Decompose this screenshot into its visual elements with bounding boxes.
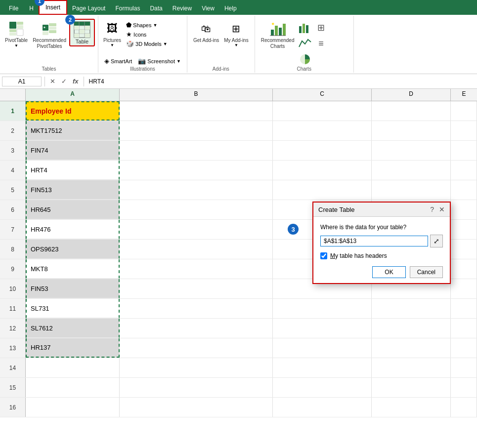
cell-b[interactable] [120,378,273,397]
cell-a[interactable]: Employee Id [26,101,120,121]
cell-b[interactable] [120,141,273,160]
cell-c[interactable] [273,319,372,338]
cell-a[interactable]: SL7612 [26,319,120,338]
cell-a[interactable]: FIN74 [26,141,120,160]
tab-help[interactable]: Help [219,2,242,15]
cell-b[interactable] [120,101,273,121]
dialog-ok-button[interactable]: OK [372,266,405,278]
cell-e[interactable] [451,220,477,239]
cell-b[interactable] [120,319,273,338]
col-header-a[interactable]: A [26,89,120,101]
cell-c[interactable] [273,358,372,377]
cell-e[interactable] [451,338,477,358]
cell-d[interactable] [372,398,451,417]
cell-e[interactable] [451,299,477,318]
cell-b[interactable] [120,398,273,417]
cell-e[interactable] [451,398,477,417]
cell-a[interactable]: MKT8 [26,259,120,279]
cell-d[interactable] [372,180,451,200]
cell-e[interactable] [451,259,477,279]
cell-e[interactable] [451,240,477,259]
cell-a[interactable]: SL731 [26,299,120,318]
cell-d[interactable] [372,101,451,121]
cell-c[interactable] [273,121,372,140]
cell-d[interactable] [372,299,451,318]
tab-insert[interactable]: Insert 1 [39,0,67,15]
dialog-range-input[interactable] [320,236,428,246]
cell-c[interactable] [273,161,372,180]
icons-button[interactable]: ★ Icons [124,30,170,39]
pictures-button[interactable]: 🖼 Pictures ▼ [101,19,123,48]
cell-d[interactable] [372,121,451,140]
cell-b[interactable] [120,121,273,140]
3d-models-button[interactable]: 🎲 3D Models ▼ [124,40,170,48]
tab-formulas[interactable]: Formulas [110,2,145,15]
cell-c[interactable] [273,338,372,358]
dialog-range-collapse-btn[interactable]: ⤢ [430,235,443,247]
cell-c[interactable] [273,398,372,417]
tab-view[interactable]: View [197,2,219,15]
cell-c[interactable] [273,378,372,397]
col-header-e[interactable]: E [451,89,477,101]
recommended-charts-button[interactable]: ✦ RecommendedCharts [259,19,297,50]
formula-input[interactable] [87,77,475,86]
dialog-cancel-button[interactable]: Cancel [410,266,443,278]
cell-d[interactable] [372,319,451,338]
tab-page-layout[interactable]: Page Layout [67,2,110,15]
formula-cancel-icon[interactable]: ✕ [48,78,57,85]
cell-a[interactable]: MKT17512 [26,121,120,140]
cell-c[interactable] [273,141,372,160]
cell-e[interactable] [451,200,477,219]
screenshot-button[interactable]: 📷 Screenshot ▼ [136,57,183,65]
cell-b[interactable] [120,220,273,239]
dialog-help-icon[interactable]: ? [430,205,434,213]
cell-b[interactable] [120,240,273,259]
cell-a[interactable]: HR645 [26,200,120,219]
col-header-b[interactable]: B [120,89,273,101]
formula-fx-icon[interactable]: fx [71,78,81,85]
cell-d[interactable] [372,141,451,160]
cell-a[interactable]: FIN513 [26,180,120,200]
cell-e[interactable] [451,121,477,140]
cell-a[interactable]: OPS9623 [26,240,120,259]
cell-e[interactable] [451,161,477,180]
cell-e[interactable] [451,141,477,160]
col-header-c[interactable]: C [273,89,372,101]
cell-b[interactable] [120,299,273,318]
tab-file[interactable]: File [3,2,24,15]
cell-b[interactable] [120,338,273,358]
cell-e[interactable] [451,279,477,298]
cell-a[interactable]: HR137 [26,338,120,358]
dialog-close-icon[interactable]: ✕ [439,205,445,213]
my-addins-button[interactable]: ⊞ My Add-ins ▼ [222,19,250,66]
cell-b[interactable] [120,358,273,377]
get-addins-button[interactable]: 🛍 Get Add-ins [191,19,221,66]
cell-d[interactable] [372,338,451,358]
cell-d[interactable] [372,161,451,180]
smartart-button[interactable]: ◈ SmartArt [102,57,134,65]
create-table-dialog[interactable]: Create Table ? ✕ Where is the data for y… [312,202,451,284]
cell-e[interactable] [451,180,477,200]
col-header-d[interactable]: D [372,89,451,101]
formula-confirm-icon[interactable]: ✓ [59,78,69,85]
cell-b[interactable] [120,279,273,298]
tab-review[interactable]: Review [168,2,197,15]
cell-b[interactable] [120,180,273,200]
tab-data[interactable]: Data [145,2,167,15]
cell-b[interactable] [120,200,273,219]
cell-a[interactable]: HRT4 [26,161,120,180]
cell-a[interactable]: FIN53 [26,279,120,298]
table-button[interactable]: 2 [69,19,95,46]
cell-d[interactable] [372,378,451,397]
pivot-table-button[interactable]: PivotTable ▼ [3,19,30,49]
cell-e[interactable] [451,101,477,121]
cell-d[interactable] [372,358,451,377]
has-headers-checkbox[interactable] [320,252,327,259]
cell-a[interactable]: HR476 [26,220,120,239]
cell-e[interactable] [451,319,477,338]
name-box[interactable] [2,77,42,86]
cell-a[interactable] [26,358,120,377]
cell-c[interactable] [273,180,372,200]
cell-b[interactable] [120,161,273,180]
recommended-pivot-button[interactable]: ✦ RecommendedPivotTables [31,19,68,50]
